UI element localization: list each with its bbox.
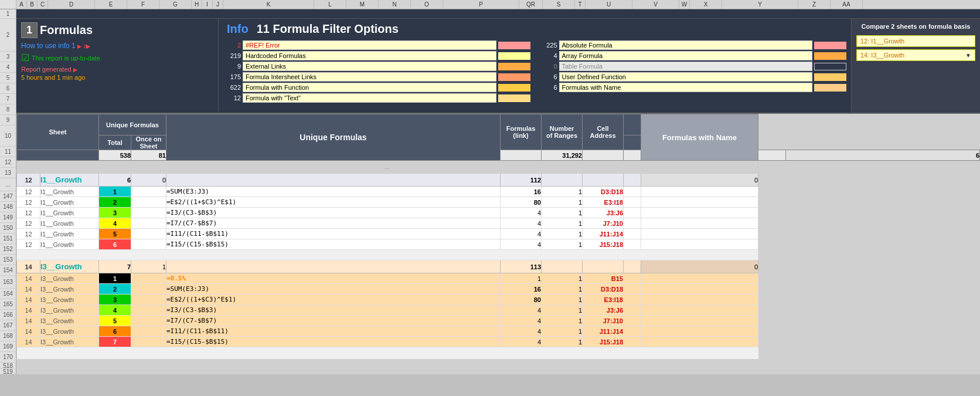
once-header: Once onSheet <box>131 136 166 150</box>
filter-label-r0[interactable]: Absolute Formula <box>559 40 813 50</box>
s1-data-row-1: 12 I1__Growth 2 =E$2/((1+$C3)^E$1) 80 1 … <box>17 197 980 208</box>
compare-item-2[interactable]: 14: I3__Growth ▼ <box>856 49 975 61</box>
s2-r3-sheet: I3__Growth <box>40 305 99 316</box>
s2-r1-rownum: 14 <box>17 284 40 295</box>
s1-r0-nr: 1 <box>542 187 583 197</box>
row-num-2: 2 <box>0 19 16 52</box>
total-header: Total <box>99 136 131 150</box>
formulas-with-name-header: Formulas with Name <box>641 114 758 161</box>
gap-header-2 <box>624 136 641 150</box>
s2-r4-seq: 5 <box>99 316 131 326</box>
row-154: 154 <box>0 265 16 276</box>
s2-r6-seq: 7 <box>99 337 131 347</box>
s1-r3-seq: 4 <box>99 218 131 229</box>
row-168: 168 <box>0 331 16 341</box>
s1-r5-seq: 6 <box>99 239 131 250</box>
filter-label-1[interactable]: Hardcoded Formulas <box>243 51 496 60</box>
s2-r4-ca: J7:J10 <box>583 316 624 326</box>
s1-r0-seq: 1 <box>99 187 131 197</box>
number-badge: 1 <box>21 22 38 38</box>
row-num-dots: ... <box>0 178 16 191</box>
section1-header-row: 12 I1__Growth 6 0 112 0 <box>17 174 980 187</box>
empty-row-154 <box>17 250 980 260</box>
filter-label-5[interactable]: Formula with "Text" <box>243 93 496 103</box>
s2-row-num: 14 <box>17 260 40 273</box>
row-148: 148 <box>0 202 16 212</box>
filter-label-r3[interactable]: User Defined Function <box>559 72 813 82</box>
col-aa: AA <box>831 0 863 9</box>
filter-bar-r3 <box>814 73 846 81</box>
s1-r1-rownum: 12 <box>17 197 40 208</box>
filter-label-0[interactable]: #REF! Error <box>243 40 496 50</box>
compare-title: Compare 2 sheets on formula basis <box>856 22 975 31</box>
col-d: D <box>48 0 95 9</box>
col-n: N <box>379 0 411 9</box>
row-num-14: 13 <box>0 168 16 178</box>
filter-label-r4[interactable]: Formulas with Name <box>559 83 813 92</box>
checkbox-icon: ☑ <box>21 52 29 63</box>
s1-r3-gap <box>624 218 641 229</box>
s2-fwn: 0 <box>641 260 758 273</box>
row-num-3: 3 <box>0 52 16 62</box>
formulas-name-sum: 6 <box>785 150 979 161</box>
row-num-12: 11 <box>0 147 16 157</box>
col-t: T <box>575 0 586 9</box>
how-to-use-link[interactable]: How to use info 1 ▶ 2▶ <box>21 42 213 50</box>
s2-total: 7 <box>99 260 131 273</box>
s2-r1-fwn <box>641 284 758 295</box>
filter-item-r0: 225 Absolute Formula <box>540 40 847 50</box>
bottom-spacer-cell-2 <box>17 353 758 359</box>
filter-label-2[interactable]: External Links <box>243 62 496 71</box>
s1-r4-rownum: 12 <box>17 229 40 239</box>
s1-cell-addr-empty <box>583 174 624 187</box>
s1-r0-ca: D3:D18 <box>583 187 624 197</box>
filter-item-1: 219 Hardcoded Formulas <box>223 51 530 60</box>
filter-bar-r2 <box>814 63 846 70</box>
s2-r5-fwn <box>641 326 758 337</box>
s1-r3-once <box>131 218 166 229</box>
filter-item-r4: 6 Formulas with Name <box>540 83 847 92</box>
s1-data-row-0: 12 I1__Growth 1 =SUM(E3:J3) 16 1 D3:D18 <box>17 187 980 197</box>
s2-r0-nr: 1 <box>542 273 583 284</box>
filter-label-4[interactable]: Formula with Function <box>243 83 496 92</box>
row-170: 170 <box>0 352 16 363</box>
s2-r1-once <box>131 284 166 295</box>
s2-r0-ca: B15 <box>583 273 624 284</box>
s1-r2-once <box>131 208 166 218</box>
s2-data-row-2: 14 I3__Growth 3 =E$2/((1+$C3)^E$1) 80 1 … <box>17 295 980 305</box>
filter-num-1: 219 <box>223 52 241 59</box>
row-149: 149 <box>0 212 16 223</box>
s1-r5-gap <box>624 239 641 250</box>
s1-r1-fwn <box>641 197 758 208</box>
s1-fwn: 0 <box>641 174 758 187</box>
s2-r4-flink: 4 <box>501 316 542 326</box>
s1-gap <box>624 174 641 187</box>
filter-bar-3 <box>498 73 530 81</box>
s2-sheet-name[interactable]: I3__Growth <box>40 260 99 273</box>
arrow-mark-3: ▶ <box>73 67 77 73</box>
filter-label-r1[interactable]: Array Formula <box>559 51 813 60</box>
col-m: M <box>346 0 379 9</box>
s1-r5-formula: =I15/(C15-$B$15) <box>166 239 501 250</box>
info-button[interactable]: Info <box>223 21 252 37</box>
s2-r3-fwn <box>641 305 758 316</box>
s1-r3-flink: 4 <box>501 218 542 229</box>
s1-r1-sheet: I1__Growth <box>40 197 99 208</box>
filter-item-4: 622 Formula with Function <box>223 83 530 92</box>
s1-r3-fwn <box>641 218 758 229</box>
s1-r5-sheet: I1__Growth <box>40 239 99 250</box>
s1-r4-flink: 4 <box>501 229 542 239</box>
col-k: K <box>223 0 314 9</box>
s2-r6-once <box>131 337 166 347</box>
row-164: 164 <box>0 289 16 299</box>
compare-item-1[interactable]: 12: I1__Growth <box>856 35 975 47</box>
row-165: 165 <box>0 299 16 310</box>
s1-num-ranges-empty <box>542 174 583 187</box>
s1-sheet-name[interactable]: I1__Growth <box>40 174 99 187</box>
column-header-row: A B C D E F G H I J K L M N O P QR S T U… <box>0 0 980 9</box>
col-p: P <box>443 0 519 9</box>
col-qr: QR <box>519 0 543 9</box>
s2-r5-flink: 4 <box>501 326 542 337</box>
filter-label-3[interactable]: Formula Intersheet Links <box>243 72 496 82</box>
s1-r1-formula: =E$2/((1+$C3)^E$1) <box>166 197 501 208</box>
